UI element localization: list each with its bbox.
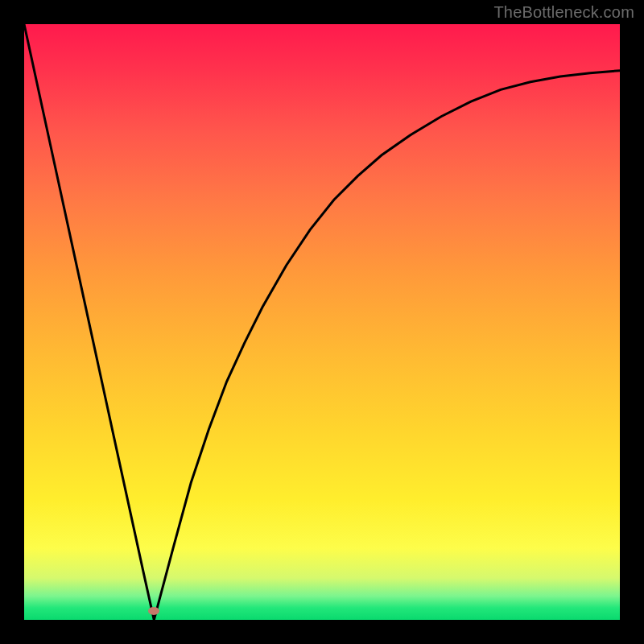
optimal-marker <box>148 607 159 615</box>
bottleneck-curve <box>24 24 620 620</box>
chart-frame: TheBottleneck.com <box>0 0 644 644</box>
watermark-text: TheBottleneck.com <box>493 3 634 22</box>
curve-path <box>24 24 620 620</box>
